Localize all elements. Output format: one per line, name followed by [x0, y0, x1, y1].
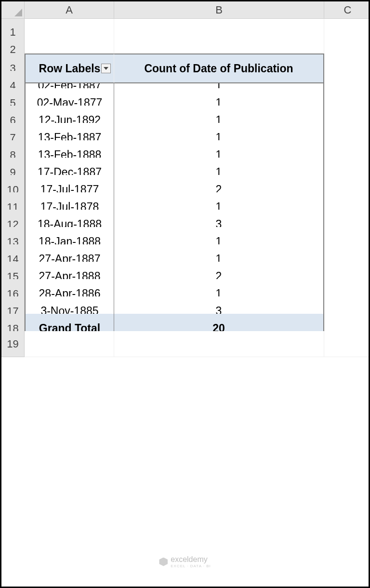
pivot-header-count[interactable]: Count of Date of Publication: [114, 53, 324, 83]
column-header-B[interactable]: B: [114, 1, 324, 19]
logo-icon: [159, 558, 168, 566]
pivot-header-label: Row Labels: [39, 62, 101, 75]
column-header-A[interactable]: A: [25, 1, 114, 19]
empty-cell[interactable]: [25, 331, 114, 357]
empty-cell[interactable]: [114, 331, 324, 357]
watermark-tag: EXCEL · DATA · BI: [171, 564, 211, 568]
column-header-C[interactable]: C: [324, 1, 370, 19]
filter-dropdown-icon[interactable]: [101, 64, 111, 73]
empty-cell[interactable]: [324, 331, 370, 357]
watermark-name: exceldemy: [171, 555, 207, 563]
watermark: exceldemy EXCEL · DATA · BI: [159, 555, 211, 568]
pivot-header-row-labels[interactable]: Row Labels: [25, 53, 114, 83]
row-header-19[interactable]: 19: [1, 331, 25, 357]
select-all-corner[interactable]: [1, 1, 25, 19]
